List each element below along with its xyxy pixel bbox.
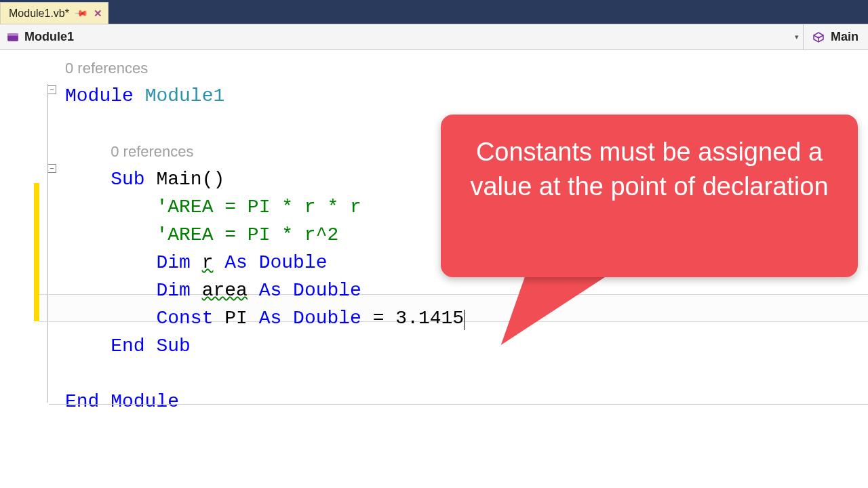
outline-guide xyxy=(47,84,48,403)
tab-module1[interactable]: Module1.vb* 📌 ✕ xyxy=(0,2,108,24)
change-indicator xyxy=(34,183,39,321)
fold-toggle-module[interactable]: − xyxy=(47,85,56,94)
tab-bar: Module1.vb* 📌 ✕ xyxy=(0,0,868,24)
codelens-module[interactable]: 0 references xyxy=(65,60,148,77)
method-icon xyxy=(813,32,824,43)
pin-icon[interactable]: 📌 xyxy=(74,6,89,21)
editor-window: Module1.vb* 📌 ✕ Module1 ▾ Main − − 0 ref… xyxy=(0,0,868,488)
callout-text: Constants must be assigned a value at th… xyxy=(470,138,828,201)
close-icon[interactable]: ✕ xyxy=(94,7,102,20)
module-icon xyxy=(7,31,19,43)
svg-line-4 xyxy=(814,35,818,38)
gutter xyxy=(0,50,34,488)
code-content: 0 references Module Module1 0 references… xyxy=(65,54,465,415)
fold-toggle-sub[interactable]: − xyxy=(47,164,56,173)
codelens-sub[interactable]: 0 references xyxy=(111,143,193,160)
navigation-bar: Module1 ▾ Main xyxy=(0,24,868,50)
chevron-down-icon[interactable]: ▾ xyxy=(791,30,803,44)
annotation-callout: Constants must be assigned a value at th… xyxy=(441,115,858,277)
svg-line-5 xyxy=(818,35,823,38)
scope-right-text: Main xyxy=(831,30,859,44)
scope-dropdown-right[interactable]: Main xyxy=(804,24,868,49)
scope-left-text: Module1 xyxy=(24,30,74,44)
svg-rect-1 xyxy=(7,33,18,35)
module-end-rule xyxy=(49,404,868,405)
tab-title: Module1.vb* xyxy=(9,7,69,20)
code-editor[interactable]: − − 0 references Module Module1 0 refere… xyxy=(0,50,868,488)
scope-dropdown-left[interactable]: Module1 ▾ xyxy=(0,24,804,49)
text-caret xyxy=(464,310,465,330)
